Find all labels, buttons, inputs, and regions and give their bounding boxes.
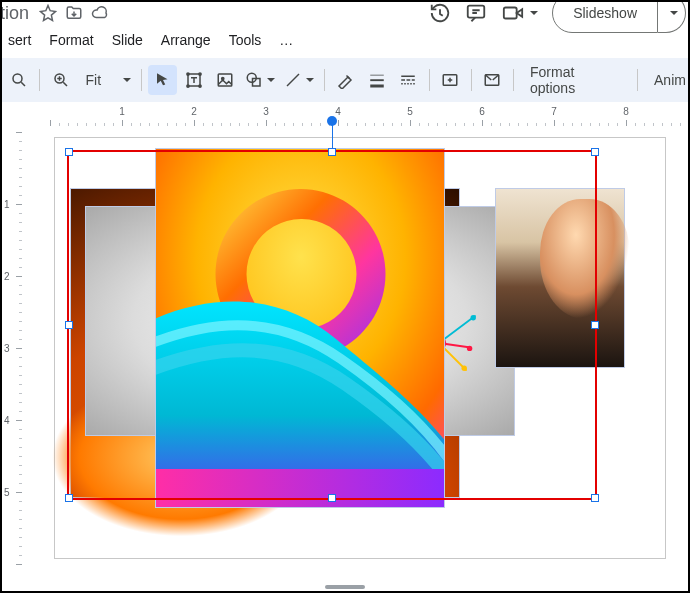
text-box-tool-button[interactable]	[179, 65, 208, 95]
svg-rect-9	[218, 74, 232, 86]
menu-slide[interactable]: Slide	[104, 29, 151, 51]
present-meet-button[interactable]	[494, 0, 542, 26]
svg-point-8	[199, 85, 201, 87]
ruler-v-number: 3	[4, 343, 10, 354]
title-bar: tion Slideshow	[0, 0, 690, 26]
separator	[471, 69, 472, 91]
chevron-down-icon	[123, 78, 131, 82]
ruler-h-number: 5	[407, 106, 413, 117]
ruler-h-number: 8	[623, 106, 629, 117]
svg-rect-23	[410, 83, 412, 85]
svg-point-2	[13, 74, 22, 83]
separator	[141, 69, 142, 91]
chevron-down-icon	[267, 78, 275, 82]
svg-rect-15	[370, 85, 384, 88]
ruler-h-number: 4	[335, 106, 341, 117]
svg-rect-18	[406, 79, 410, 81]
insert-image-button[interactable]	[211, 65, 240, 95]
svg-rect-14	[370, 79, 384, 81]
line-tool-button[interactable]	[281, 65, 318, 95]
svg-rect-17	[401, 79, 405, 81]
slideshow-label: Slideshow	[573, 5, 637, 21]
border-weight-button[interactable]	[362, 65, 391, 95]
ruler-h-number: 3	[263, 106, 269, 117]
ruler-v-number: 5	[4, 487, 10, 498]
zoom-level-label: Fit	[85, 72, 101, 88]
svg-point-28	[467, 346, 472, 351]
star-icon[interactable]	[35, 0, 61, 26]
svg-rect-19	[412, 79, 415, 81]
border-dash-button[interactable]	[393, 65, 422, 95]
svg-point-29	[462, 366, 467, 371]
separator	[324, 69, 325, 91]
replace-image-button[interactable]	[436, 65, 465, 95]
ruler-v-number: 4	[4, 415, 10, 426]
separator	[637, 69, 638, 91]
ruler-v-number: 2	[4, 271, 10, 282]
zoom-level-dropdown[interactable]: Fit	[77, 65, 135, 95]
svg-rect-16	[401, 76, 415, 78]
menu-tools[interactable]: Tools	[221, 29, 270, 51]
zoom-tool-button[interactable]	[46, 65, 75, 95]
slide-canvas[interactable]	[55, 138, 665, 558]
comments-icon[interactable]	[458, 0, 494, 26]
separator	[513, 69, 514, 91]
animate-button[interactable]: Anim	[644, 72, 686, 88]
mask-image-button[interactable]	[478, 65, 507, 95]
chevron-down-icon	[530, 11, 538, 15]
svg-rect-0	[468, 6, 485, 18]
editor-work-area: 1 2 3 4 5 6 7 8 1 2 3 4 5	[0, 102, 690, 593]
svg-point-6	[199, 73, 201, 75]
ruler-v-number: 1	[4, 199, 10, 210]
ruler-h-number: 1	[119, 106, 125, 117]
chevron-down-icon	[306, 78, 314, 82]
shape-tool-button[interactable]	[242, 65, 279, 95]
slide-image-swirl[interactable]	[155, 148, 445, 508]
svg-rect-13	[370, 75, 384, 76]
svg-rect-24	[413, 83, 415, 85]
svg-rect-20	[401, 83, 403, 85]
menu-arrange[interactable]: Arrange	[153, 29, 219, 51]
resize-handle-bottom-right[interactable]	[591, 494, 599, 502]
svg-rect-33	[156, 469, 445, 508]
slide-image-person[interactable]	[495, 188, 625, 368]
svg-point-5	[187, 73, 189, 75]
horizontal-ruler[interactable]: 1 2 3 4 5 6 7 8	[50, 108, 686, 126]
search-menus-button[interactable]	[4, 65, 33, 95]
border-color-button[interactable]	[331, 65, 360, 95]
ruler-h-number: 6	[479, 106, 485, 117]
version-history-icon[interactable]	[422, 0, 458, 26]
cloud-status-icon[interactable]	[87, 0, 113, 26]
menu-more[interactable]: …	[271, 29, 301, 51]
svg-rect-21	[404, 83, 406, 85]
toolbar: Fit Format options Anim	[0, 58, 690, 102]
resize-handle-top-right[interactable]	[591, 148, 599, 156]
speaker-notes-drag-handle[interactable]	[325, 585, 365, 589]
svg-rect-1	[504, 8, 517, 19]
svg-point-27	[471, 315, 476, 320]
ruler-h-number: 7	[551, 106, 557, 117]
separator	[429, 69, 430, 91]
separator	[39, 69, 40, 91]
chevron-down-icon	[670, 11, 678, 15]
slideshow-button[interactable]: Slideshow	[552, 0, 658, 33]
menu-format[interactable]: Format	[41, 29, 101, 51]
select-tool-button[interactable]	[148, 65, 177, 95]
move-to-folder-icon[interactable]	[61, 0, 87, 26]
format-options-button[interactable]: Format options	[520, 64, 631, 96]
resize-handle-top-left[interactable]	[65, 148, 73, 156]
document-title-fragment[interactable]: tion	[0, 3, 29, 24]
svg-point-7	[187, 85, 189, 87]
menu-insert[interactable]: sert	[0, 29, 39, 51]
svg-rect-22	[407, 83, 409, 85]
ruler-h-number: 2	[191, 106, 197, 117]
vertical-ruler[interactable]: 1 2 3 4 5	[4, 132, 22, 589]
